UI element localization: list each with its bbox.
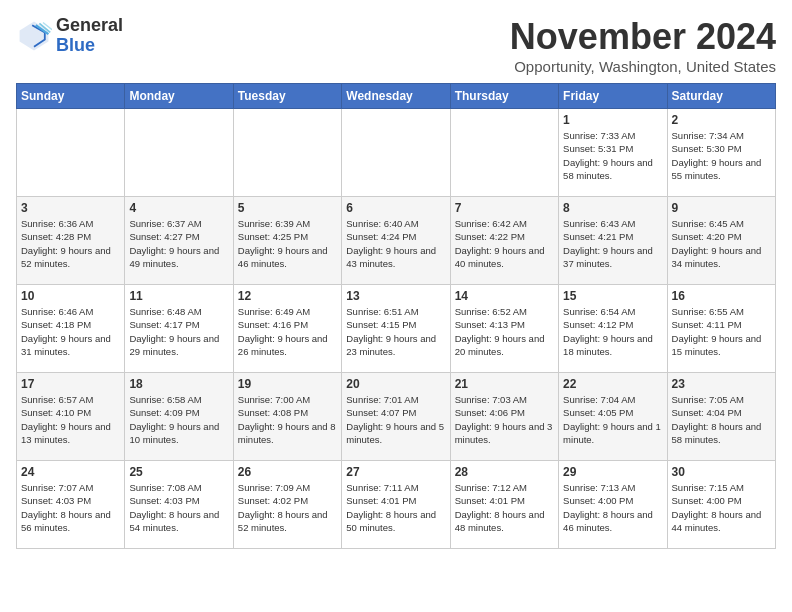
calendar-cell: 2Sunrise: 7:34 AM Sunset: 5:30 PM Daylig…	[667, 109, 775, 197]
day-number: 7	[455, 201, 554, 215]
day-info: Sunrise: 7:03 AM Sunset: 4:06 PM Dayligh…	[455, 393, 554, 446]
day-info: Sunrise: 6:46 AM Sunset: 4:18 PM Dayligh…	[21, 305, 120, 358]
calendar-cell: 13Sunrise: 6:51 AM Sunset: 4:15 PM Dayli…	[342, 285, 450, 373]
day-number: 24	[21, 465, 120, 479]
calendar-cell: 8Sunrise: 6:43 AM Sunset: 4:21 PM Daylig…	[559, 197, 667, 285]
calendar-cell: 1Sunrise: 7:33 AM Sunset: 5:31 PM Daylig…	[559, 109, 667, 197]
day-number: 16	[672, 289, 771, 303]
day-header-tuesday: Tuesday	[233, 84, 341, 109]
day-info: Sunrise: 7:34 AM Sunset: 5:30 PM Dayligh…	[672, 129, 771, 182]
logo-icon	[16, 18, 52, 54]
calendar-table: SundayMondayTuesdayWednesdayThursdayFrid…	[16, 83, 776, 549]
day-info: Sunrise: 6:55 AM Sunset: 4:11 PM Dayligh…	[672, 305, 771, 358]
day-number: 10	[21, 289, 120, 303]
calendar-cell: 14Sunrise: 6:52 AM Sunset: 4:13 PM Dayli…	[450, 285, 558, 373]
logo-text: General Blue	[56, 16, 123, 56]
calendar-cell: 24Sunrise: 7:07 AM Sunset: 4:03 PM Dayli…	[17, 461, 125, 549]
day-number: 12	[238, 289, 337, 303]
day-number: 22	[563, 377, 662, 391]
calendar-cell	[233, 109, 341, 197]
calendar-cell	[125, 109, 233, 197]
calendar-cell	[342, 109, 450, 197]
title-block: November 2024 Opportunity, Washington, U…	[510, 16, 776, 75]
day-number: 14	[455, 289, 554, 303]
calendar-week-3: 10Sunrise: 6:46 AM Sunset: 4:18 PM Dayli…	[17, 285, 776, 373]
day-number: 26	[238, 465, 337, 479]
calendar-cell: 10Sunrise: 6:46 AM Sunset: 4:18 PM Dayli…	[17, 285, 125, 373]
day-number: 3	[21, 201, 120, 215]
calendar-cell: 23Sunrise: 7:05 AM Sunset: 4:04 PM Dayli…	[667, 373, 775, 461]
logo: General Blue	[16, 16, 123, 56]
day-number: 2	[672, 113, 771, 127]
day-info: Sunrise: 6:48 AM Sunset: 4:17 PM Dayligh…	[129, 305, 228, 358]
calendar-cell: 25Sunrise: 7:08 AM Sunset: 4:03 PM Dayli…	[125, 461, 233, 549]
day-number: 28	[455, 465, 554, 479]
calendar-cell: 19Sunrise: 7:00 AM Sunset: 4:08 PM Dayli…	[233, 373, 341, 461]
day-info: Sunrise: 6:51 AM Sunset: 4:15 PM Dayligh…	[346, 305, 445, 358]
page-header: General Blue November 2024 Opportunity, …	[16, 16, 776, 75]
calendar-cell: 30Sunrise: 7:15 AM Sunset: 4:00 PM Dayli…	[667, 461, 775, 549]
day-number: 4	[129, 201, 228, 215]
day-info: Sunrise: 6:43 AM Sunset: 4:21 PM Dayligh…	[563, 217, 662, 270]
day-info: Sunrise: 6:40 AM Sunset: 4:24 PM Dayligh…	[346, 217, 445, 270]
day-info: Sunrise: 6:45 AM Sunset: 4:20 PM Dayligh…	[672, 217, 771, 270]
day-info: Sunrise: 6:52 AM Sunset: 4:13 PM Dayligh…	[455, 305, 554, 358]
calendar-cell	[450, 109, 558, 197]
calendar-cell: 18Sunrise: 6:58 AM Sunset: 4:09 PM Dayli…	[125, 373, 233, 461]
day-number: 11	[129, 289, 228, 303]
day-info: Sunrise: 6:39 AM Sunset: 4:25 PM Dayligh…	[238, 217, 337, 270]
calendar-cell: 26Sunrise: 7:09 AM Sunset: 4:02 PM Dayli…	[233, 461, 341, 549]
day-info: Sunrise: 7:33 AM Sunset: 5:31 PM Dayligh…	[563, 129, 662, 182]
day-info: Sunrise: 7:11 AM Sunset: 4:01 PM Dayligh…	[346, 481, 445, 534]
calendar-cell: 29Sunrise: 7:13 AM Sunset: 4:00 PM Dayli…	[559, 461, 667, 549]
calendar-cell: 22Sunrise: 7:04 AM Sunset: 4:05 PM Dayli…	[559, 373, 667, 461]
day-number: 21	[455, 377, 554, 391]
day-number: 6	[346, 201, 445, 215]
calendar-cell: 12Sunrise: 6:49 AM Sunset: 4:16 PM Dayli…	[233, 285, 341, 373]
day-info: Sunrise: 7:00 AM Sunset: 4:08 PM Dayligh…	[238, 393, 337, 446]
logo-general-text: General	[56, 16, 123, 36]
day-info: Sunrise: 7:15 AM Sunset: 4:00 PM Dayligh…	[672, 481, 771, 534]
day-info: Sunrise: 6:57 AM Sunset: 4:10 PM Dayligh…	[21, 393, 120, 446]
calendar-cell: 16Sunrise: 6:55 AM Sunset: 4:11 PM Dayli…	[667, 285, 775, 373]
calendar-cell: 3Sunrise: 6:36 AM Sunset: 4:28 PM Daylig…	[17, 197, 125, 285]
day-number: 29	[563, 465, 662, 479]
day-number: 15	[563, 289, 662, 303]
logo-blue-text: Blue	[56, 36, 123, 56]
day-info: Sunrise: 7:12 AM Sunset: 4:01 PM Dayligh…	[455, 481, 554, 534]
day-number: 8	[563, 201, 662, 215]
calendar-week-1: 1Sunrise: 7:33 AM Sunset: 5:31 PM Daylig…	[17, 109, 776, 197]
calendar-week-4: 17Sunrise: 6:57 AM Sunset: 4:10 PM Dayli…	[17, 373, 776, 461]
calendar-cell: 21Sunrise: 7:03 AM Sunset: 4:06 PM Dayli…	[450, 373, 558, 461]
day-number: 9	[672, 201, 771, 215]
calendar-cell: 28Sunrise: 7:12 AM Sunset: 4:01 PM Dayli…	[450, 461, 558, 549]
day-number: 19	[238, 377, 337, 391]
calendar-cell	[17, 109, 125, 197]
day-info: Sunrise: 6:36 AM Sunset: 4:28 PM Dayligh…	[21, 217, 120, 270]
day-info: Sunrise: 7:01 AM Sunset: 4:07 PM Dayligh…	[346, 393, 445, 446]
day-number: 20	[346, 377, 445, 391]
day-info: Sunrise: 6:42 AM Sunset: 4:22 PM Dayligh…	[455, 217, 554, 270]
day-number: 30	[672, 465, 771, 479]
day-number: 27	[346, 465, 445, 479]
calendar-cell: 17Sunrise: 6:57 AM Sunset: 4:10 PM Dayli…	[17, 373, 125, 461]
day-number: 1	[563, 113, 662, 127]
day-info: Sunrise: 6:58 AM Sunset: 4:09 PM Dayligh…	[129, 393, 228, 446]
day-info: Sunrise: 7:04 AM Sunset: 4:05 PM Dayligh…	[563, 393, 662, 446]
calendar-cell: 20Sunrise: 7:01 AM Sunset: 4:07 PM Dayli…	[342, 373, 450, 461]
calendar-header-row: SundayMondayTuesdayWednesdayThursdayFrid…	[17, 84, 776, 109]
calendar-cell: 5Sunrise: 6:39 AM Sunset: 4:25 PM Daylig…	[233, 197, 341, 285]
day-header-thursday: Thursday	[450, 84, 558, 109]
calendar-cell: 11Sunrise: 6:48 AM Sunset: 4:17 PM Dayli…	[125, 285, 233, 373]
calendar-week-2: 3Sunrise: 6:36 AM Sunset: 4:28 PM Daylig…	[17, 197, 776, 285]
day-number: 13	[346, 289, 445, 303]
calendar-cell: 15Sunrise: 6:54 AM Sunset: 4:12 PM Dayli…	[559, 285, 667, 373]
day-header-monday: Monday	[125, 84, 233, 109]
day-info: Sunrise: 6:49 AM Sunset: 4:16 PM Dayligh…	[238, 305, 337, 358]
day-info: Sunrise: 7:05 AM Sunset: 4:04 PM Dayligh…	[672, 393, 771, 446]
month-title: November 2024	[510, 16, 776, 58]
calendar-cell: 27Sunrise: 7:11 AM Sunset: 4:01 PM Dayli…	[342, 461, 450, 549]
day-info: Sunrise: 7:08 AM Sunset: 4:03 PM Dayligh…	[129, 481, 228, 534]
day-info: Sunrise: 7:13 AM Sunset: 4:00 PM Dayligh…	[563, 481, 662, 534]
calendar-week-5: 24Sunrise: 7:07 AM Sunset: 4:03 PM Dayli…	[17, 461, 776, 549]
